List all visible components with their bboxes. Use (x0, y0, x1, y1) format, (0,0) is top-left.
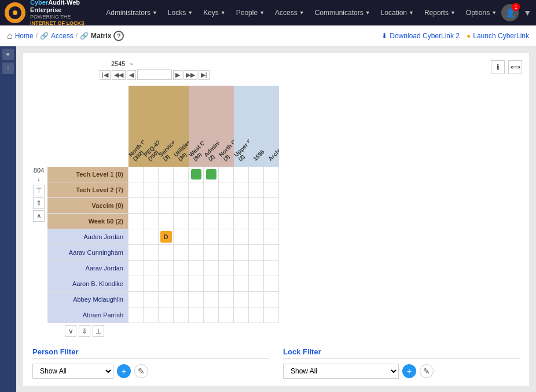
matrix-cell[interactable] (159, 182, 174, 197)
matrix-cell[interactable] (174, 182, 189, 197)
matrix-cell[interactable] (264, 182, 279, 197)
col-next-many-button[interactable]: ▶▶ (183, 70, 197, 80)
download-cyberlink-button[interactable]: ⬇ Download CyberLink 2 (381, 32, 460, 40)
matrix-cell[interactable] (189, 261, 204, 276)
matrix-cell[interactable] (264, 214, 279, 229)
matrix-cell[interactable] (219, 261, 234, 276)
matrix-cell[interactable] (249, 214, 264, 229)
matrix-cell[interactable] (159, 167, 174, 182)
matrix-cell[interactable] (264, 276, 279, 291)
matrix-cell[interactable] (129, 307, 144, 323)
matrix-cell[interactable] (159, 245, 174, 260)
matrix-cell[interactable] (159, 198, 174, 213)
matrix-cell[interactable] (234, 214, 249, 229)
matrix-cell[interactable] (249, 229, 264, 244)
matrix-cell[interactable] (204, 229, 219, 244)
nav-location[interactable]: Location ▼ (376, 5, 418, 20)
lock-filter-select[interactable]: Show All (283, 364, 399, 379)
matrix-cell[interactable] (174, 276, 189, 291)
row-last-button[interactable]: ⊥ (93, 325, 104, 337)
matrix-cell[interactable] (234, 245, 249, 260)
matrix-cell[interactable] (144, 245, 159, 260)
row-prev-button[interactable]: ∧ (33, 210, 45, 222)
matrix-cell[interactable] (144, 229, 159, 244)
matrix-cell[interactable] (189, 214, 204, 229)
matrix-cell[interactable] (189, 182, 204, 197)
matrix-cell[interactable] (249, 292, 264, 307)
nav-access[interactable]: Access ▼ (270, 5, 309, 20)
matrix-cell[interactable] (159, 276, 174, 291)
nav-keys[interactable]: Keys ▼ (199, 5, 230, 20)
matrix-cell[interactable] (144, 182, 159, 197)
matrix-cell[interactable] (204, 261, 219, 276)
row-next-button[interactable]: ∨ (65, 325, 76, 337)
matrix-cell[interactable] (249, 182, 264, 197)
matrix-cell[interactable] (129, 292, 144, 307)
matrix-cell[interactable] (249, 276, 264, 291)
matrix-cell[interactable] (264, 198, 279, 213)
matrix-cell[interactable] (189, 245, 204, 260)
matrix-cell[interactable] (249, 167, 264, 182)
matrix-cell[interactable] (249, 261, 264, 276)
matrix-cell[interactable] (129, 245, 144, 260)
matrix-cell[interactable] (219, 182, 234, 197)
nav-locks[interactable]: Locks ▼ (163, 5, 197, 20)
matrix-cell[interactable] (264, 307, 279, 323)
info-button[interactable]: ℹ (491, 60, 505, 74)
matrix-cell[interactable] (219, 307, 234, 323)
person-filter-select[interactable]: Show All (32, 364, 113, 379)
row-first-button[interactable]: ⊤ (33, 185, 45, 196)
matrix-cell[interactable] (219, 198, 234, 213)
matrix-cell[interactable] (144, 261, 159, 276)
matrix-cell[interactable] (159, 214, 174, 229)
matrix-cell[interactable] (219, 292, 234, 307)
matrix-cell[interactable] (219, 276, 234, 291)
matrix-cell[interactable] (174, 292, 189, 307)
expand-button[interactable]: ⟺ (508, 60, 522, 74)
launch-cyberlink-button[interactable]: ● Launch CyberLink (467, 32, 529, 40)
matrix-cell[interactable] (234, 229, 249, 244)
col-prev-many-button[interactable]: ◀◀ (112, 70, 126, 80)
matrix-cell[interactable] (219, 167, 234, 182)
matrix-cell[interactable] (234, 292, 249, 307)
matrix-cell[interactable] (174, 214, 189, 229)
matrix-cell[interactable] (264, 245, 279, 260)
matrix-cell[interactable] (189, 198, 204, 213)
matrix-cell[interactable] (159, 261, 174, 276)
sidebar-toggle-button[interactable]: ≡ (2, 49, 14, 60)
matrix-cell[interactable] (174, 261, 189, 276)
matrix-cell[interactable] (249, 245, 264, 260)
nav-reports[interactable]: Reports ▼ (420, 5, 460, 20)
matrix-cell[interactable] (144, 292, 159, 307)
col-prev-button[interactable]: ◀ (127, 70, 136, 80)
col-next-button[interactable]: ▶ (173, 70, 182, 80)
row-next-many-button[interactable]: ⇓ (79, 325, 90, 337)
matrix-cell[interactable] (234, 307, 249, 323)
matrix-cell[interactable] (264, 229, 279, 244)
lock-filter-add-button[interactable]: + (402, 364, 416, 378)
nav-people[interactable]: People ▼ (232, 5, 269, 20)
matrix-cell[interactable] (219, 245, 234, 260)
matrix-cell[interactable] (204, 198, 219, 213)
col-last-button[interactable]: ▶| (199, 70, 210, 80)
matrix-cell[interactable] (264, 292, 279, 307)
matrix-cell[interactable] (129, 167, 144, 182)
matrix-cell[interactable] (159, 292, 174, 307)
matrix-cell[interactable] (144, 214, 159, 229)
matrix-cell[interactable] (249, 307, 264, 323)
breadcrumb-access[interactable]: Access (51, 32, 74, 40)
matrix-cell[interactable] (144, 167, 159, 182)
matrix-cell[interactable] (174, 167, 189, 182)
matrix-cell[interactable] (174, 245, 189, 260)
matrix-cell[interactable] (204, 245, 219, 260)
nav-options[interactable]: Options ▼ (461, 5, 501, 20)
person-filter-edit-button[interactable]: ✎ (134, 364, 148, 378)
matrix-cell[interactable] (234, 198, 249, 213)
breadcrumb-home[interactable]: Home (15, 32, 34, 40)
matrix-cell[interactable] (189, 292, 204, 307)
matrix-cell[interactable] (174, 307, 189, 323)
nav-communicators[interactable]: Communicators ▼ (310, 5, 375, 20)
col-position-input[interactable] (137, 69, 172, 80)
matrix-cell[interactable] (204, 214, 219, 229)
row-prev-many-button[interactable]: ⇑ (33, 197, 45, 209)
